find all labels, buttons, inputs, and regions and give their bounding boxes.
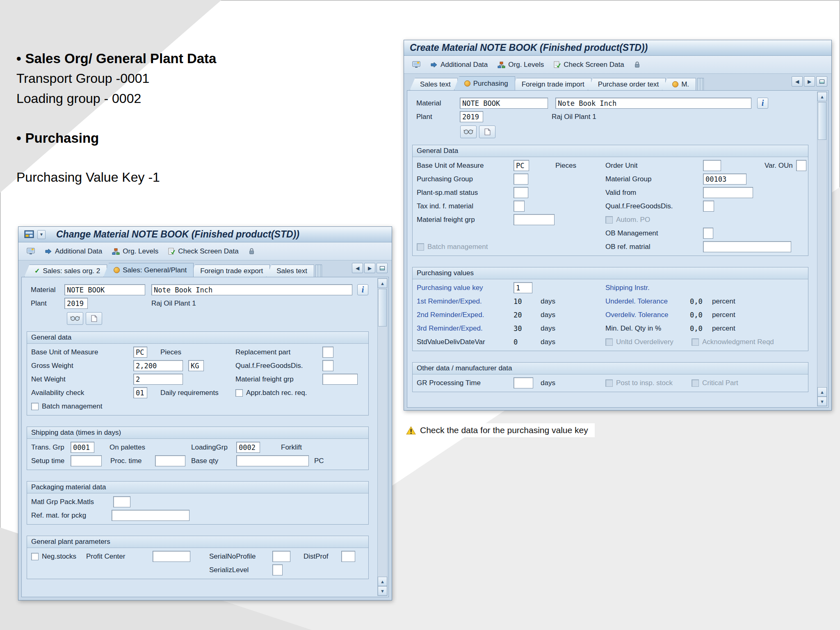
- plant-status-input[interactable]: [514, 187, 528, 198]
- material-group-input[interactable]: 00103: [703, 173, 746, 185]
- neg-stocks-checkbox[interactable]: [31, 553, 39, 560]
- tab-sales-sales-org-2[interactable]: ✓Sales: sales org. 2: [24, 265, 107, 277]
- serial-profile-input[interactable]: [272, 551, 290, 562]
- purchasing-value-key-label[interactable]: Purchasing value key: [417, 284, 514, 292]
- additional-data-button[interactable]: Additional Data: [41, 245, 106, 258]
- tab-scroll-right-button[interactable]: ▶: [364, 263, 375, 273]
- tax-ind-input[interactable]: [514, 201, 525, 212]
- weight-unit-input[interactable]: KG: [188, 360, 204, 371]
- freight-group-input[interactable]: [322, 374, 358, 385]
- valid-from-input[interactable]: [703, 187, 753, 198]
- scroll-down-button[interactable]: ▼: [817, 397, 827, 406]
- freight-group-input[interactable]: [514, 214, 555, 225]
- qual-free-input[interactable]: [703, 201, 714, 212]
- new-view-button[interactable]: [479, 126, 495, 138]
- lock-button[interactable]: [244, 245, 259, 258]
- ref-mat-input[interactable]: [112, 510, 189, 521]
- display-views-button[interactable]: [460, 126, 477, 138]
- trans-grp-text: On palettes: [110, 443, 145, 452]
- overdel-label[interactable]: Overdeliv. Tolerance: [605, 311, 690, 319]
- availability-check-input[interactable]: 01: [133, 387, 147, 398]
- org-levels-button[interactable]: Org. Levels: [108, 245, 162, 258]
- serializ-level-input[interactable]: [272, 564, 283, 575]
- tab-purchasing[interactable]: Purchasing: [454, 76, 515, 90]
- additional-data-button[interactable]: Additional Data: [426, 58, 492, 71]
- setup-time-input[interactable]: [71, 455, 102, 466]
- batch-management-checkbox[interactable]: [31, 403, 39, 410]
- purchasing-value-key-input[interactable]: 1: [514, 282, 532, 293]
- tab-mrp[interactable]: M.: [662, 78, 696, 90]
- up-arrow-icon: ▲: [820, 390, 824, 395]
- ob-management-input[interactable]: [703, 228, 713, 239]
- arrow-right-icon: [45, 249, 52, 254]
- bullet: •: [16, 130, 21, 146]
- dist-prof-input[interactable]: [341, 551, 355, 562]
- ob-ref-input[interactable]: [703, 241, 791, 252]
- appr-batch-checkbox[interactable]: [235, 389, 243, 397]
- tab-scroll-controls: ◀ ▶: [792, 76, 827, 87]
- base-qty-input[interactable]: [236, 455, 309, 466]
- new-document-icon: [91, 315, 97, 322]
- info-button[interactable]: i: [357, 284, 368, 295]
- var-oun-input[interactable]: [796, 160, 806, 171]
- scroll-thumb[interactable]: [378, 289, 387, 326]
- plant-input[interactable]: 2019: [460, 111, 483, 122]
- scroll-down-button[interactable]: ▼: [378, 586, 387, 596]
- tab-scroll-left-button[interactable]: ◀: [352, 263, 363, 273]
- scroll-up-button[interactable]: ▲: [378, 278, 387, 288]
- reminder2-label[interactable]: 2nd Reminder/Exped.: [417, 311, 514, 319]
- gr-processing-input[interactable]: [514, 377, 533, 388]
- loading-grp-input[interactable]: 0002: [236, 442, 260, 453]
- matl-grp-pack-input[interactable]: [113, 496, 130, 507]
- tab-purchase-order-text[interactable]: Purchase order text: [588, 78, 666, 90]
- replacement-part-input[interactable]: [322, 347, 333, 358]
- tab-foreign-trade-export[interactable]: Foreign trade export: [190, 265, 270, 277]
- titlebar-menu-button[interactable]: ▼: [37, 230, 46, 239]
- org-levels-button[interactable]: Org. Levels: [493, 58, 548, 71]
- lock-button[interactable]: [630, 58, 644, 71]
- session-button[interactable]: [408, 58, 425, 71]
- order-unit-input[interactable]: [703, 160, 721, 171]
- base-unit-input[interactable]: PC: [514, 160, 529, 171]
- purchasing-group-input[interactable]: [514, 173, 528, 185]
- material-input[interactable]: NOTE BOOK: [64, 284, 145, 295]
- plant-input[interactable]: 2019: [64, 298, 88, 309]
- gross-weight-input[interactable]: 2,200: [133, 360, 183, 371]
- session-button[interactable]: [23, 245, 39, 258]
- info-button[interactable]: i: [757, 98, 768, 109]
- create-window-titlebar[interactable]: Create Material NOTE BOOK (Finished prod…: [404, 40, 831, 56]
- scroll-page-up-button[interactable]: ▲: [817, 387, 827, 397]
- tab-scroll-right-button[interactable]: ▶: [804, 76, 815, 87]
- change-window-titlebar[interactable]: ▼ Change Material NOTE BOOK (Finished pr…: [18, 227, 392, 242]
- scroll-thumb[interactable]: [818, 102, 826, 140]
- tab-scroll-left-button[interactable]: ◀: [792, 76, 803, 87]
- underdel-label[interactable]: Underdel. Tolerance: [605, 297, 690, 306]
- tab-sales-text[interactable]: Sales text: [266, 265, 314, 277]
- gr-processing-label: GR Processing Time: [417, 379, 514, 387]
- tab-sales-text[interactable]: Sales text: [410, 78, 458, 90]
- profit-center-input[interactable]: [153, 551, 190, 562]
- display-views-button[interactable]: [67, 312, 83, 325]
- material-label: Material: [31, 286, 64, 294]
- tab-overflow-sliver: [697, 78, 704, 90]
- trans-grp-input[interactable]: 0001: [71, 442, 94, 453]
- tab-sales-general-plant[interactable]: Sales: General/Plant: [103, 263, 194, 277]
- tab-foreign-trade-import[interactable]: Foreign trade import: [511, 78, 591, 90]
- material-description-input[interactable]: Note Book Inch: [555, 98, 751, 109]
- check-screen-data-button[interactable]: Check Screen Data: [550, 58, 628, 71]
- reminder1-label[interactable]: 1st Reminder/Exped.: [417, 297, 514, 306]
- proc-time-input[interactable]: [155, 455, 185, 466]
- scroll-page-up-button[interactable]: ▲: [378, 577, 387, 586]
- base-unit-input[interactable]: PC: [133, 347, 147, 358]
- qual-free-input[interactable]: [322, 360, 333, 371]
- net-weight-input[interactable]: 2: [133, 374, 183, 385]
- tab-overview-button[interactable]: [816, 76, 827, 87]
- material-input[interactable]: NOTE BOOK: [460, 98, 548, 109]
- scroll-up-button[interactable]: ▲: [817, 92, 827, 101]
- check-screen-data-button[interactable]: Check Screen Data: [164, 245, 242, 258]
- reminder3-label[interactable]: 3rd Reminder/Exped.: [417, 324, 514, 333]
- tab-overview-button[interactable]: [377, 263, 388, 273]
- material-description-input[interactable]: Note Book Inch: [151, 284, 352, 295]
- new-view-button[interactable]: [86, 312, 102, 325]
- shipping-instr-label[interactable]: Shipping Instr.: [605, 284, 650, 292]
